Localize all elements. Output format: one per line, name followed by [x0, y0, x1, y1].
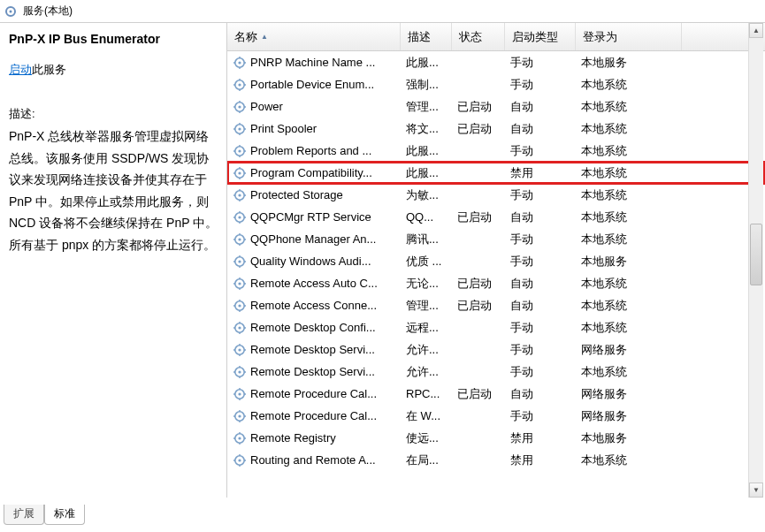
- service-status-text: 已启动: [452, 298, 505, 314]
- service-row[interactable]: Power管理...已启动自动本地系统: [227, 95, 765, 118]
- service-gear-icon: [233, 343, 247, 357]
- service-row[interactable]: QQPhone Manager An...腾讯...手动本地系统: [227, 228, 765, 250]
- tab-standard[interactable]: 标准: [44, 505, 85, 525]
- service-desc-text: 管理...: [401, 298, 452, 314]
- service-logon-text: 本地系统: [576, 77, 682, 93]
- start-service-link[interactable]: 启动: [9, 63, 32, 76]
- service-logon-text: 本地系统: [576, 165, 682, 181]
- service-row[interactable]: Remote Desktop Servi...允许...手动本地系统: [227, 361, 765, 383]
- column-header-name[interactable]: 名称▲: [227, 23, 401, 50]
- service-desc-text: 允许...: [401, 364, 452, 380]
- tab-extended[interactable]: 扩展: [4, 505, 44, 525]
- service-row[interactable]: Portable Device Enum...强制...手动本地系统: [227, 73, 765, 95]
- service-start-text: 手动: [505, 55, 576, 71]
- service-gear-icon: [233, 255, 247, 269]
- service-row[interactable]: QQPCMgr RTP ServiceQQ...已启动自动本地系统: [227, 206, 765, 228]
- service-row[interactable]: Remote Procedure Cal...在 W...手动网络服务: [227, 405, 765, 427]
- service-gear-icon: [233, 210, 247, 224]
- service-gear-icon: [233, 122, 247, 136]
- svg-point-87: [238, 370, 241, 373]
- service-desc-text: 此服...: [401, 165, 452, 181]
- vertical-scrollbar[interactable]: ▲ ▼: [748, 23, 763, 498]
- selected-service-title: PnP-X IP Bus Enumerator: [9, 32, 219, 46]
- service-start-text: 禁用: [505, 430, 576, 446]
- svg-point-15: [238, 105, 241, 108]
- service-status-text: 已启动: [452, 99, 505, 115]
- service-gear-icon: [233, 277, 247, 291]
- service-row[interactable]: Problem Reports and ...此服...手动本地系统: [227, 140, 765, 162]
- service-gear-icon: [233, 144, 247, 158]
- service-logon-text: 本地服务: [576, 430, 682, 446]
- service-logon-text: 本地系统: [576, 99, 682, 115]
- column-header-logon[interactable]: 登录为: [576, 23, 682, 50]
- service-name-text: Remote Procedure Cal...: [250, 387, 377, 400]
- service-row[interactable]: Remote Desktop Confi...远程...手动本地系统: [227, 316, 765, 338]
- svg-point-9: [238, 83, 241, 86]
- scroll-thumb[interactable]: [750, 224, 762, 285]
- svg-point-51: [238, 238, 241, 240]
- service-name-text: QQPhone Manager An...: [250, 232, 376, 246]
- service-desc-text: 腾讯...: [401, 232, 452, 247]
- service-name-text: Problem Reports and ...: [250, 144, 371, 157]
- service-name-text: Remote Access Auto C...: [250, 277, 378, 290]
- service-start-text: 手动: [505, 143, 576, 159]
- svg-point-57: [238, 260, 241, 262]
- service-name-text: Routing and Remote A...: [250, 453, 376, 467]
- service-start-text: 手动: [505, 320, 576, 336]
- svg-point-111: [238, 459, 241, 461]
- service-desc-text: 远程...: [401, 320, 452, 336]
- service-status-text: 已启动: [452, 121, 505, 137]
- service-desc-text: 使远...: [401, 430, 452, 446]
- service-row[interactable]: Remote Access Auto C...无论...已启动自动本地系统: [227, 272, 765, 294]
- service-status-text: 已启动: [452, 386, 505, 402]
- scroll-up-button[interactable]: ▲: [749, 23, 763, 38]
- service-name-text: Remote Registry: [250, 431, 336, 445]
- svg-point-45: [238, 216, 241, 218]
- column-header-desc[interactable]: 描述: [401, 23, 452, 50]
- column-header-start[interactable]: 启动类型: [505, 23, 576, 50]
- service-gear-icon: [233, 387, 247, 401]
- service-desc-text: QQ...: [401, 210, 452, 224]
- service-desc-text: 管理...: [401, 99, 452, 115]
- svg-point-3: [238, 61, 241, 64]
- scroll-down-button[interactable]: ▼: [749, 483, 763, 498]
- service-logon-text: 本地系统: [576, 209, 682, 225]
- service-logon-text: 本地系统: [576, 143, 682, 159]
- svg-point-75: [238, 326, 241, 329]
- service-start-text: 手动: [505, 254, 576, 270]
- service-row[interactable]: Protected Storage为敏...手动本地系统: [227, 184, 765, 206]
- service-start-text: 自动: [505, 298, 576, 314]
- service-logon-text: 本地系统: [576, 320, 682, 336]
- service-row[interactable]: Routing and Remote A...在局...禁用本地系统: [227, 449, 765, 471]
- service-row[interactable]: Remote Access Conne...管理...已启动自动本地系统: [227, 294, 765, 316]
- service-gear-icon: [233, 232, 247, 247]
- scroll-track[interactable]: [749, 38, 763, 483]
- svg-point-1: [10, 10, 12, 12]
- service-desc-text: RPC...: [401, 387, 452, 400]
- service-row[interactable]: Remote Procedure Cal...RPC...已启动自动网络服务: [227, 383, 765, 405]
- column-header-row: 名称▲ 描述 状态 启动类型 登录为: [227, 23, 765, 51]
- service-desc-text: 在局...: [401, 452, 452, 468]
- service-gear-icon: [233, 365, 247, 379]
- service-desc-text: 为敏...: [401, 187, 452, 203]
- svg-point-33: [238, 171, 241, 174]
- service-row[interactable]: Remote Registry使远...禁用本地服务: [227, 427, 765, 449]
- service-row[interactable]: Program Compatibility...此服...禁用本地系统: [227, 162, 765, 184]
- svg-point-21: [238, 127, 241, 130]
- service-desc-text: 强制...: [401, 77, 452, 93]
- service-desc-text: 在 W...: [401, 408, 452, 424]
- service-logon-text: 本地系统: [576, 232, 682, 247]
- service-row[interactable]: Remote Desktop Servi...允许...手动网络服务: [227, 338, 765, 361]
- service-gear-icon: [233, 431, 247, 445]
- service-row[interactable]: Print Spooler将文...已启动自动本地系统: [227, 118, 765, 140]
- service-logon-text: 本地系统: [576, 364, 682, 380]
- column-header-status[interactable]: 状态: [452, 23, 505, 50]
- service-start-text: 禁用: [505, 165, 576, 181]
- service-logon-text: 本地系统: [576, 298, 682, 314]
- details-pane: PnP-X IP Bus Enumerator 启动此服务 描述: PnP-X …: [0, 23, 227, 498]
- service-logon-text: 本地服务: [576, 254, 682, 270]
- service-row[interactable]: PNRP Machine Name ...此服...手动本地服务: [227, 51, 765, 73]
- service-row[interactable]: Quality Windows Audi...优质 ...手动本地服务: [227, 250, 765, 272]
- service-name-text: Remote Desktop Servi...: [250, 343, 375, 356]
- description-text: PnP-X 总线枚举器服务管理虚拟网络总线。该服务使用 SSDP/WS 发现协议…: [9, 125, 219, 255]
